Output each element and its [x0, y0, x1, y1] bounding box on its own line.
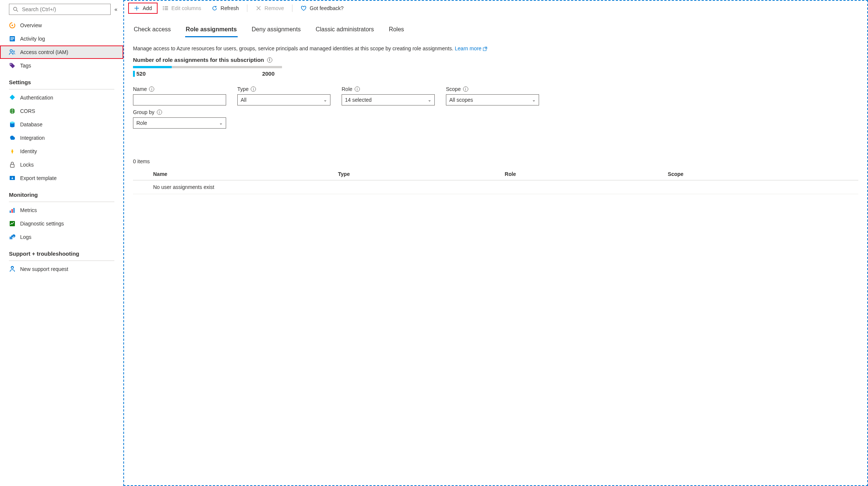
sidebar-item-label: Metrics	[20, 207, 37, 213]
button-label: Edit columns	[171, 5, 201, 11]
info-icon[interactable]: i	[149, 86, 154, 92]
scope-filter-select[interactable]: All scopes ⌄	[446, 94, 539, 105]
database-icon	[9, 121, 16, 128]
svg-rect-29	[163, 6, 164, 7]
sidebar-item-label: Identity	[20, 148, 37, 154]
remove-button[interactable]: Remove	[250, 3, 289, 13]
svg-rect-5	[10, 38, 14, 39]
sidebar-item-label: New support request	[20, 266, 68, 272]
sidebar-item-tags[interactable]: Tags	[0, 59, 123, 72]
role-filter-select[interactable]: 14 selected ⌄	[342, 94, 435, 105]
refresh-button[interactable]: Refresh	[206, 3, 244, 13]
tabs: Check access Role assignments Deny assig…	[133, 23, 858, 37]
integration-icon	[9, 135, 16, 141]
sidebar-item-label: Database	[20, 122, 42, 127]
learn-more-link[interactable]: Learn more	[455, 45, 487, 51]
svg-rect-4	[10, 37, 14, 38]
svg-point-14	[10, 122, 15, 124]
filter-label-scope: Scope i	[446, 86, 539, 92]
main-content: Add Edit columns Refresh Remove Got feed…	[123, 0, 868, 486]
table-empty-row: No user assignments exist	[133, 180, 858, 194]
section-header-monitoring: Monitoring	[0, 185, 123, 200]
info-icon[interactable]: i	[463, 86, 468, 92]
info-icon[interactable]: i	[157, 110, 162, 115]
sidebar-item-label: Tags	[20, 63, 31, 69]
locks-icon	[9, 161, 16, 168]
access-control-icon	[9, 49, 16, 56]
svg-point-15	[12, 149, 13, 151]
separator	[292, 4, 292, 12]
column-header-scope[interactable]: Scope	[663, 168, 858, 180]
column-header-name[interactable]: Name	[148, 168, 333, 180]
sidebar-item-logs[interactable]: ● Logs	[0, 230, 123, 244]
identity-icon	[9, 148, 16, 155]
sidebar: « Overview Activity log Access control (…	[0, 0, 123, 486]
divider	[9, 261, 114, 261]
type-filter-select[interactable]: All ⌄	[237, 94, 330, 105]
svg-rect-20	[13, 208, 15, 213]
svg-rect-22	[10, 237, 11, 239]
plus-icon	[134, 5, 140, 11]
sidebar-item-label: Authentication	[20, 95, 53, 101]
chevron-down-icon: ⌄	[219, 120, 223, 126]
button-label: Add	[143, 5, 152, 11]
svg-rect-30	[165, 6, 168, 7]
tab-roles[interactable]: Roles	[388, 23, 405, 37]
search-box[interactable]	[9, 4, 111, 15]
sidebar-item-database[interactable]: Database	[0, 118, 123, 131]
diagnostic-icon	[9, 220, 16, 227]
sidebar-item-label: Activity log	[20, 36, 45, 42]
activity-log-icon	[9, 35, 16, 42]
sidebar-item-metrics[interactable]: Metrics	[0, 203, 123, 217]
feedback-button[interactable]: Got feedback?	[295, 3, 349, 13]
search-input[interactable]	[22, 6, 107, 12]
filter-label-role: Role i	[342, 86, 435, 92]
sidebar-item-export-template[interactable]: Export template	[0, 171, 123, 185]
info-icon[interactable]: i	[355, 86, 360, 92]
tab-check-access[interactable]: Check access	[133, 23, 172, 37]
info-icon[interactable]: i	[267, 57, 272, 63]
svg-point-2	[12, 25, 13, 26]
svg-rect-31	[163, 8, 164, 9]
sidebar-item-authentication[interactable]: Authentication	[0, 91, 123, 104]
svg-point-8	[13, 51, 15, 52]
sidebar-item-overview[interactable]: Overview	[0, 19, 123, 32]
collapse-sidebar-button[interactable]: «	[114, 6, 117, 12]
heart-icon	[301, 5, 307, 11]
button-label: Remove	[264, 5, 284, 11]
filter-label-name: Name i	[133, 86, 226, 92]
tab-deny-assignments[interactable]: Deny assignments	[251, 23, 302, 37]
tab-role-assignments[interactable]: Role assignments	[185, 23, 238, 37]
metrics-icon	[9, 207, 16, 214]
sidebar-item-integration[interactable]: Integration	[0, 131, 123, 145]
add-button[interactable]: Add	[129, 3, 157, 13]
sidebar-item-label: Export template	[20, 175, 57, 181]
sidebar-item-label: Locks	[20, 162, 34, 168]
button-label: Refresh	[221, 5, 239, 11]
groupby-select[interactable]: Role ⌄	[133, 117, 226, 129]
info-icon[interactable]: i	[251, 86, 256, 92]
sidebar-item-access-control[interactable]: Access control (IAM)	[0, 45, 123, 59]
sidebar-item-label: CORS	[20, 108, 35, 114]
column-header-role[interactable]: Role	[500, 168, 663, 180]
export-template-icon	[9, 175, 16, 182]
sidebar-item-label: Overview	[20, 22, 42, 28]
assignments-table: Name Type Role Scope No user assignments…	[133, 168, 858, 194]
chevron-down-icon: ⌄	[323, 97, 327, 102]
sidebar-item-cors[interactable]: CORS	[0, 104, 123, 118]
separator	[247, 4, 247, 12]
divider	[9, 202, 114, 202]
chevron-down-icon: ⌄	[532, 97, 536, 102]
tab-classic-administrators[interactable]: Classic administrators	[315, 23, 374, 37]
refresh-icon	[212, 5, 218, 11]
sidebar-item-locks[interactable]: Locks	[0, 158, 123, 171]
search-icon	[12, 6, 19, 13]
sidebar-item-diagnostic-settings[interactable]: Diagnostic settings	[0, 217, 123, 230]
section-header-support: Support + troubleshooting	[0, 244, 123, 259]
name-filter-input[interactable]	[133, 94, 226, 105]
sidebar-item-activity-log[interactable]: Activity log	[0, 32, 123, 45]
sidebar-item-new-support-request[interactable]: New support request	[0, 262, 123, 276]
edit-columns-button[interactable]: Edit columns	[157, 3, 206, 13]
sidebar-item-identity[interactable]: Identity	[0, 145, 123, 158]
column-header-type[interactable]: Type	[333, 168, 500, 180]
